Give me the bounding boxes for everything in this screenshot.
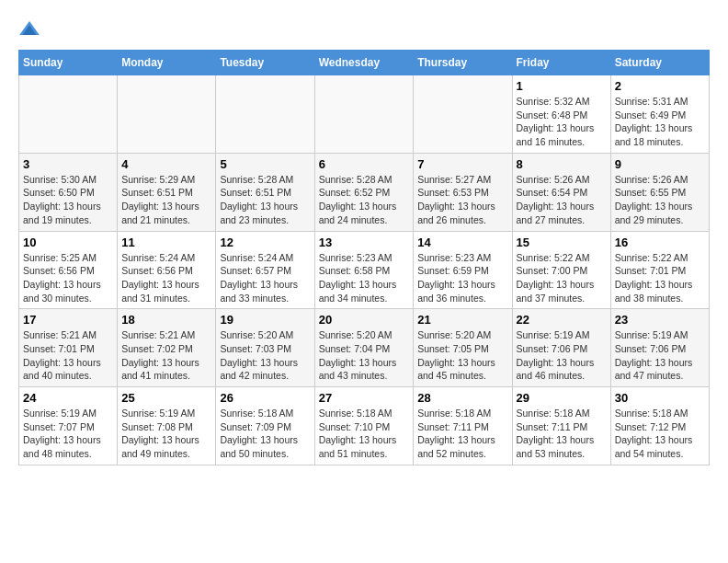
calendar-cell: 8Sunrise: 5:26 AM Sunset: 6:54 PM Daylig… (512, 153, 610, 231)
day-info: Sunrise: 5:21 AM Sunset: 7:01 PM Dayligh… (23, 328, 113, 383)
day-info: Sunrise: 5:18 AM Sunset: 7:11 PM Dayligh… (417, 407, 507, 461)
day-number: 10 (23, 236, 113, 249)
day-info: Sunrise: 5:20 AM Sunset: 7:05 PM Dayligh… (417, 328, 507, 383)
day-info: Sunrise: 5:21 AM Sunset: 7:02 PM Dayligh… (121, 328, 211, 383)
weekday-header: Tuesday (216, 51, 314, 75)
calendar-week-row: 24Sunrise: 5:19 AM Sunset: 7:07 PM Dayli… (19, 387, 710, 465)
logo (18, 18, 44, 40)
calendar-cell: 16Sunrise: 5:22 AM Sunset: 7:01 PM Dayli… (610, 231, 709, 309)
day-info: Sunrise: 5:20 AM Sunset: 7:04 PM Dayligh… (319, 328, 410, 383)
day-info: Sunrise: 5:28 AM Sunset: 6:52 PM Dayligh… (319, 173, 410, 227)
day-number: 2 (615, 79, 705, 93)
day-info: Sunrise: 5:19 AM Sunset: 7:06 PM Dayligh… (517, 328, 607, 383)
day-number: 18 (121, 313, 211, 327)
day-number: 5 (220, 157, 310, 171)
day-info: Sunrise: 5:24 AM Sunset: 6:56 PM Dayligh… (121, 251, 211, 305)
day-number: 8 (517, 157, 607, 171)
header (18, 18, 710, 40)
calendar-week-row: 3Sunrise: 5:30 AM Sunset: 6:50 PM Daylig… (19, 153, 710, 231)
calendar-cell: 15Sunrise: 5:22 AM Sunset: 7:00 PM Dayli… (512, 231, 610, 309)
calendar-header-row: SundayMondayTuesdayWednesdayThursdayFrid… (19, 51, 710, 75)
day-number: 17 (23, 313, 113, 327)
calendar-cell (118, 75, 216, 154)
day-info: Sunrise: 5:28 AM Sunset: 6:51 PM Dayligh… (220, 173, 310, 227)
calendar-cell: 4Sunrise: 5:29 AM Sunset: 6:51 PM Daylig… (118, 153, 216, 231)
day-info: Sunrise: 5:23 AM Sunset: 6:58 PM Dayligh… (319, 251, 410, 305)
calendar-cell (19, 75, 118, 154)
day-number: 25 (121, 391, 211, 405)
day-info: Sunrise: 5:19 AM Sunset: 7:08 PM Dayligh… (121, 407, 211, 461)
calendar-cell: 23Sunrise: 5:19 AM Sunset: 7:06 PM Dayli… (610, 309, 709, 387)
day-info: Sunrise: 5:18 AM Sunset: 7:12 PM Dayligh… (615, 407, 705, 461)
calendar-cell (314, 75, 414, 154)
day-number: 29 (517, 391, 607, 405)
calendar-cell: 22Sunrise: 5:19 AM Sunset: 7:06 PM Dayli… (512, 309, 610, 387)
day-info: Sunrise: 5:32 AM Sunset: 6:48 PM Dayligh… (517, 95, 607, 149)
calendar-cell: 18Sunrise: 5:21 AM Sunset: 7:02 PM Dayli… (118, 309, 216, 387)
calendar-cell: 1Sunrise: 5:32 AM Sunset: 6:48 PM Daylig… (512, 75, 610, 154)
weekday-header: Monday (118, 51, 216, 75)
day-info: Sunrise: 5:18 AM Sunset: 7:09 PM Dayligh… (220, 407, 310, 461)
calendar-cell: 19Sunrise: 5:20 AM Sunset: 7:03 PM Dayli… (216, 309, 314, 387)
day-info: Sunrise: 5:24 AM Sunset: 6:57 PM Dayligh… (220, 251, 310, 305)
weekday-header: Thursday (414, 51, 512, 75)
calendar-cell: 2Sunrise: 5:31 AM Sunset: 6:49 PM Daylig… (610, 75, 709, 154)
day-number: 16 (615, 236, 705, 249)
calendar-cell: 21Sunrise: 5:20 AM Sunset: 7:05 PM Dayli… (414, 309, 512, 387)
calendar: SundayMondayTuesdayWednesdayThursdayFrid… (18, 50, 710, 465)
day-number: 22 (517, 313, 607, 327)
calendar-week-row: 1Sunrise: 5:32 AM Sunset: 6:48 PM Daylig… (19, 75, 710, 154)
day-info: Sunrise: 5:26 AM Sunset: 6:54 PM Dayligh… (517, 173, 607, 227)
calendar-cell: 7Sunrise: 5:27 AM Sunset: 6:53 PM Daylig… (414, 153, 512, 231)
day-info: Sunrise: 5:29 AM Sunset: 6:51 PM Dayligh… (121, 173, 211, 227)
calendar-cell: 29Sunrise: 5:18 AM Sunset: 7:11 PM Dayli… (512, 387, 610, 465)
day-number: 15 (517, 236, 607, 249)
calendar-cell: 25Sunrise: 5:19 AM Sunset: 7:08 PM Dayli… (118, 387, 216, 465)
day-info: Sunrise: 5:19 AM Sunset: 7:07 PM Dayligh… (23, 407, 113, 461)
weekday-header: Wednesday (314, 51, 414, 75)
day-number: 1 (517, 79, 607, 93)
day-number: 30 (615, 391, 705, 405)
calendar-cell (414, 75, 512, 154)
weekday-header: Sunday (19, 51, 118, 75)
day-info: Sunrise: 5:20 AM Sunset: 7:03 PM Dayligh… (220, 328, 310, 383)
weekday-header: Saturday (610, 51, 709, 75)
day-info: Sunrise: 5:31 AM Sunset: 6:49 PM Dayligh… (615, 95, 705, 149)
day-number: 11 (121, 236, 211, 249)
logo-icon (18, 18, 40, 40)
calendar-cell: 11Sunrise: 5:24 AM Sunset: 6:56 PM Dayli… (118, 231, 216, 309)
day-number: 26 (220, 391, 310, 405)
calendar-cell: 28Sunrise: 5:18 AM Sunset: 7:11 PM Dayli… (414, 387, 512, 465)
day-number: 14 (417, 236, 507, 249)
day-number: 4 (121, 157, 211, 171)
calendar-cell: 13Sunrise: 5:23 AM Sunset: 6:58 PM Dayli… (314, 231, 414, 309)
day-info: Sunrise: 5:18 AM Sunset: 7:11 PM Dayligh… (517, 407, 607, 461)
weekday-header: Friday (512, 51, 610, 75)
day-number: 12 (220, 236, 310, 249)
day-info: Sunrise: 5:22 AM Sunset: 7:01 PM Dayligh… (615, 251, 705, 305)
day-info: Sunrise: 5:25 AM Sunset: 6:56 PM Dayligh… (23, 251, 113, 305)
day-number: 9 (615, 157, 705, 171)
calendar-cell: 10Sunrise: 5:25 AM Sunset: 6:56 PM Dayli… (19, 231, 118, 309)
calendar-cell: 12Sunrise: 5:24 AM Sunset: 6:57 PM Dayli… (216, 231, 314, 309)
day-number: 20 (319, 313, 410, 327)
day-info: Sunrise: 5:30 AM Sunset: 6:50 PM Dayligh… (23, 173, 113, 227)
calendar-cell: 5Sunrise: 5:28 AM Sunset: 6:51 PM Daylig… (216, 153, 314, 231)
day-number: 28 (417, 391, 507, 405)
calendar-week-row: 17Sunrise: 5:21 AM Sunset: 7:01 PM Dayli… (19, 309, 710, 387)
calendar-cell: 6Sunrise: 5:28 AM Sunset: 6:52 PM Daylig… (314, 153, 414, 231)
calendar-cell: 20Sunrise: 5:20 AM Sunset: 7:04 PM Dayli… (314, 309, 414, 387)
day-number: 7 (417, 157, 507, 171)
day-number: 3 (23, 157, 113, 171)
day-number: 6 (319, 157, 410, 171)
calendar-cell (216, 75, 314, 154)
day-number: 21 (417, 313, 507, 327)
day-info: Sunrise: 5:26 AM Sunset: 6:55 PM Dayligh… (615, 173, 705, 227)
day-info: Sunrise: 5:18 AM Sunset: 7:10 PM Dayligh… (319, 407, 410, 461)
day-info: Sunrise: 5:23 AM Sunset: 6:59 PM Dayligh… (417, 251, 507, 305)
day-info: Sunrise: 5:19 AM Sunset: 7:06 PM Dayligh… (615, 328, 705, 383)
calendar-week-row: 10Sunrise: 5:25 AM Sunset: 6:56 PM Dayli… (19, 231, 710, 309)
calendar-cell: 24Sunrise: 5:19 AM Sunset: 7:07 PM Dayli… (19, 387, 118, 465)
calendar-cell: 9Sunrise: 5:26 AM Sunset: 6:55 PM Daylig… (610, 153, 709, 231)
calendar-cell: 27Sunrise: 5:18 AM Sunset: 7:10 PM Dayli… (314, 387, 414, 465)
